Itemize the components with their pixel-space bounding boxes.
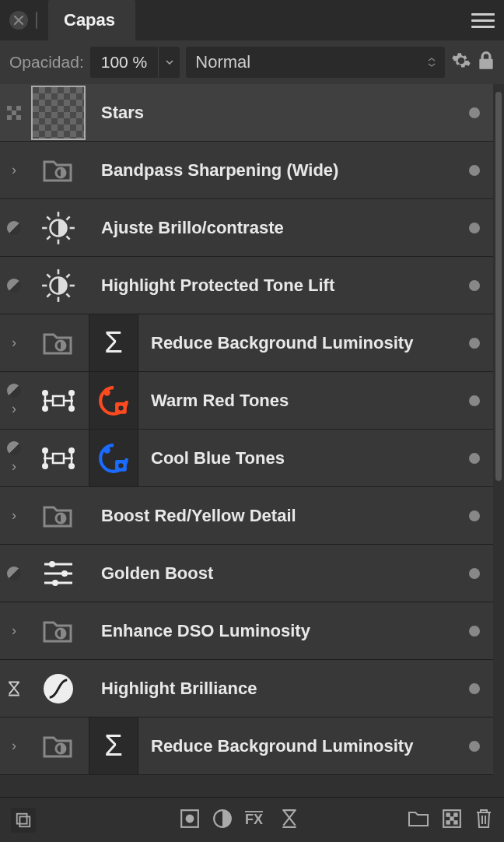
layer-settings-button[interactable]: [451, 51, 471, 74]
close-panel-button[interactable]: [9, 11, 28, 30]
panel-menu-button[interactable]: [471, 9, 495, 32]
merge-layers-button[interactable]: [11, 808, 36, 833]
layer-thumbnail[interactable]: [28, 602, 89, 659]
layer-name[interactable]: Stars: [89, 103, 456, 123]
layer-row[interactable]: ›Boost Red/Yellow Detail: [0, 487, 493, 545]
layer-thumbnail[interactable]: [28, 372, 89, 429]
add-live-filter-button[interactable]: [281, 809, 298, 832]
add-group-button[interactable]: [408, 809, 429, 831]
opacity-label: Opacidad:: [9, 53, 84, 72]
layer-name[interactable]: Boost Red/Yellow Detail: [89, 506, 456, 526]
close-icon: [14, 16, 23, 25]
lock-button[interactable]: [478, 51, 495, 74]
brightness-contrast-icon: [40, 210, 76, 246]
layer-left-controls[interactable]: [0, 84, 28, 141]
layers-list[interactable]: Stars›Bandpass Sharpening (Wide)Ajuste B…: [0, 84, 493, 797]
add-pixel-layer-button[interactable]: [442, 809, 462, 832]
layer-left-controls[interactable]: [0, 257, 28, 314]
layer-thumbnail[interactable]: [28, 487, 89, 544]
delete-layer-button[interactable]: [474, 808, 493, 833]
scrollbar-thumb[interactable]: [495, 92, 502, 481]
layer-left-controls[interactable]: ›: [0, 602, 28, 659]
layer-left-controls[interactable]: ›: [0, 314, 28, 371]
layer-row[interactable]: Stars: [0, 84, 493, 142]
layer-tag[interactable]: [456, 338, 493, 349]
layer-tag[interactable]: [456, 395, 493, 406]
layer-extra-thumb[interactable]: [89, 430, 138, 486]
layer-left-controls[interactable]: ›: [0, 372, 28, 429]
opacity-stepper[interactable]: [158, 47, 180, 78]
layer-tag[interactable]: [456, 626, 493, 637]
layer-tag[interactable]: [456, 223, 493, 233]
layer-left-controls[interactable]: ›: [0, 717, 28, 774]
layer-thumbnail[interactable]: [28, 199, 89, 256]
layer-thumbnail[interactable]: [28, 545, 89, 602]
layer-tag[interactable]: [456, 280, 493, 291]
layer-name[interactable]: Warm Red Tones: [138, 391, 456, 411]
layer-extra-thumb[interactable]: Σ: [89, 314, 138, 371]
layer-name[interactable]: Cool Blue Tones: [138, 448, 456, 468]
layer-thumbnail[interactable]: [28, 84, 89, 141]
layer-left-controls[interactable]: [0, 545, 28, 602]
adjustment-icon: [212, 809, 233, 829]
add-fx-button[interactable]: FX: [245, 809, 268, 832]
layer-row[interactable]: Ajuste Brillo/contraste: [0, 199, 493, 257]
layer-tag[interactable]: [456, 568, 493, 579]
layer-name[interactable]: Highlight Brilliance: [89, 679, 456, 699]
layer-row[interactable]: Golden Boost: [0, 545, 493, 602]
color-tag-icon: [469, 453, 480, 464]
layer-thumbnail[interactable]: [28, 430, 89, 486]
add-adjustment-button[interactable]: [212, 809, 233, 832]
layer-row[interactable]: ›ΣReduce Background Luminosity: [0, 717, 493, 775]
layer-left-controls[interactable]: ›: [0, 487, 28, 544]
scrollbar-track[interactable]: [493, 84, 504, 797]
color-tag-icon: [469, 280, 480, 291]
add-mask-button[interactable]: [180, 809, 200, 832]
layer-tag[interactable]: [456, 107, 493, 118]
layer-tag[interactable]: [456, 510, 493, 521]
layer-thumbnail[interactable]: [28, 660, 89, 717]
group-folder-icon: [42, 618, 75, 644]
layer-name[interactable]: Highlight Protected Tone Lift: [89, 275, 456, 296]
layer-extra-thumb[interactable]: [89, 372, 138, 429]
layer-thumbnail[interactable]: [28, 717, 89, 774]
layer-name[interactable]: Reduce Background Luminosity: [138, 736, 456, 756]
blend-mode-select[interactable]: Normal: [186, 47, 445, 78]
color-tag-icon: [469, 626, 480, 637]
live-filter-icon: [6, 679, 22, 698]
layer-left-controls[interactable]: ›: [0, 430, 28, 486]
layer-name[interactable]: Enhance DSO Luminosity: [89, 621, 456, 641]
color-tag-icon: [469, 338, 480, 349]
layer-row[interactable]: ›Bandpass Sharpening (Wide): [0, 142, 493, 199]
opacity-input[interactable]: 100 %: [90, 47, 180, 78]
layer-name[interactable]: Bandpass Sharpening (Wide): [89, 160, 456, 181]
layer-thumbnail[interactable]: [28, 314, 89, 371]
layer-tag[interactable]: [456, 165, 493, 176]
layer-row[interactable]: Highlight Brilliance: [0, 660, 493, 717]
layer-name[interactable]: Ajuste Brillo/contraste: [89, 218, 456, 238]
layer-left-controls[interactable]: [0, 199, 28, 256]
layer-row[interactable]: ›Warm Red Tones: [0, 372, 493, 430]
layer-name[interactable]: Reduce Background Luminosity: [138, 333, 456, 353]
layer-extra-thumb[interactable]: Σ: [89, 717, 138, 774]
layer-left-controls[interactable]: ›: [0, 142, 28, 198]
layer-thumbnail[interactable]: [28, 142, 89, 198]
layer-name[interactable]: Golden Boost: [89, 563, 456, 584]
layer-thumbnail[interactable]: [28, 257, 89, 314]
layer-row[interactable]: ›ΣReduce Background Luminosity: [0, 314, 493, 372]
disclosure-icon: ›: [12, 162, 16, 178]
layer-row[interactable]: ›Cool Blue Tones: [0, 430, 493, 487]
recolor-blue-icon: [97, 442, 130, 475]
layer-left-controls[interactable]: [0, 660, 28, 717]
tab-layers[interactable]: Capas: [48, 0, 135, 40]
layer-tag[interactable]: [456, 741, 493, 752]
disclosure-icon: ›: [12, 401, 16, 417]
adjustment-indicator-icon: [7, 279, 21, 293]
layer-tag[interactable]: [456, 683, 493, 694]
color-tag-icon: [469, 683, 480, 694]
layer-tag[interactable]: [456, 453, 493, 464]
svg-rect-14: [453, 812, 457, 816]
layer-row[interactable]: Highlight Protected Tone Lift: [0, 257, 493, 314]
layer-row[interactable]: ›Enhance DSO Luminosity: [0, 602, 493, 660]
color-tag-icon: [469, 510, 480, 521]
